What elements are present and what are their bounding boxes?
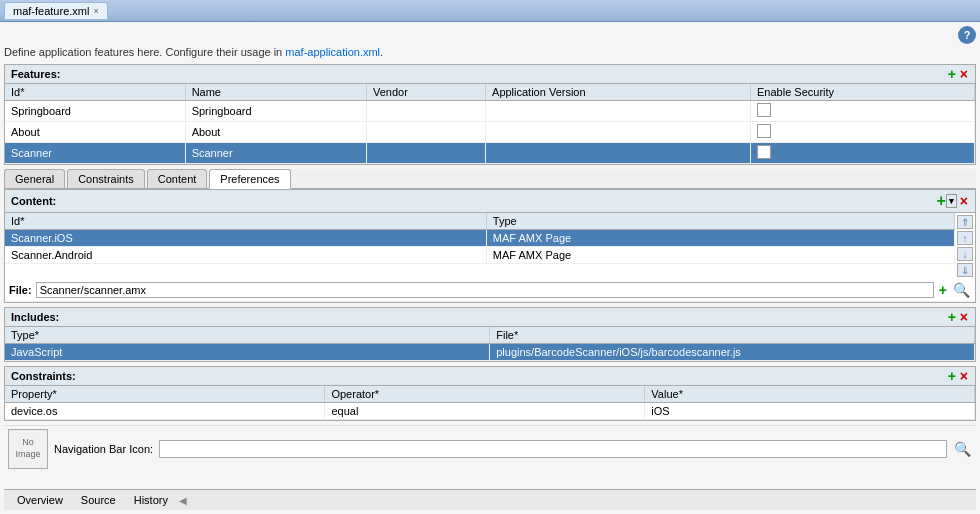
includes-label: Includes: (11, 311, 59, 323)
includes-table: Type* File* JavaScript plugins/BarcodeSc… (5, 327, 975, 361)
constraints-label: Constraints: (11, 370, 76, 382)
bottom-tab-source[interactable]: Source (72, 492, 125, 508)
cell-vendor (367, 101, 486, 122)
close-icon[interactable]: × (93, 6, 98, 16)
col-file: File* (490, 327, 975, 344)
features-add-button[interactable]: + (947, 67, 957, 81)
col-name: Name (185, 84, 366, 101)
includes-add-button[interactable]: + (947, 310, 957, 324)
constraints-actions: + × (947, 369, 969, 383)
table-row[interactable]: Scanner Scanner (5, 143, 975, 164)
cell-id: Springboard (5, 101, 185, 122)
top-bar: ? (4, 26, 976, 44)
security-checkbox[interactable] (757, 103, 771, 117)
lower-area: Content: + ▾ × Id* Type (4, 189, 976, 489)
col-appversion: Application Version (486, 84, 751, 101)
file-input[interactable] (36, 282, 934, 298)
cell-type: JavaScript (5, 344, 490, 361)
tab-preferences[interactable]: Preferences (209, 169, 290, 189)
constraints-header: Constraints: + × (5, 367, 975, 386)
nav-icon-search-button[interactable]: 🔍 (953, 442, 972, 456)
file-search-button[interactable]: 🔍 (952, 283, 971, 297)
scroll-up-button[interactable]: ↑ (957, 231, 973, 245)
content-actions: + ▾ × (936, 192, 969, 210)
nav-icon-area: No Image Navigation Bar Icon: 🔍 (4, 425, 976, 472)
table-row[interactable]: Scanner.iOS MAF AMX Page (5, 230, 955, 247)
info-suffix: . (380, 46, 383, 58)
col-content-id: Id* (5, 213, 486, 230)
includes-actions: + × (947, 310, 969, 324)
nav-icon-input[interactable] (159, 440, 947, 458)
table-row[interactable]: Springboard Springboard (5, 101, 975, 122)
scroll-arrow-icon: ◀ (179, 492, 187, 508)
col-operator: Operator* (325, 386, 645, 403)
table-row[interactable]: Scanner.Android MAF AMX Page (5, 247, 955, 264)
cell-appversion (486, 122, 751, 143)
cell-security[interactable] (751, 122, 975, 143)
security-checkbox[interactable] (757, 124, 771, 138)
scroll-top-button[interactable]: ⇑ (957, 215, 973, 229)
no-image-label2: Image (15, 449, 40, 461)
file-row: File: + 🔍 (5, 279, 975, 302)
tab-general[interactable]: General (4, 169, 65, 188)
col-content-type: Type (486, 213, 954, 230)
features-remove-button[interactable]: × (959, 67, 969, 81)
tab-constraints[interactable]: Constraints (67, 169, 145, 188)
cell-name: Springboard (185, 101, 366, 122)
content-add-button[interactable]: + (936, 192, 945, 210)
features-table: Id* Name Vendor Application Version Enab… (5, 84, 975, 164)
constraints-section: Constraints: + × Property* Operator* Val… (4, 366, 976, 421)
info-link[interactable]: maf-application.xml (285, 46, 380, 58)
col-id: Id* (5, 84, 185, 101)
cell-security[interactable] (751, 143, 975, 164)
table-row[interactable]: JavaScript plugins/BarcodeScanner/iOS/js… (5, 344, 975, 361)
cell-id: Scanner (5, 143, 185, 164)
bottom-tab-overview[interactable]: Overview (8, 492, 72, 508)
col-property: Property* (5, 386, 325, 403)
security-checkbox[interactable] (757, 145, 771, 159)
file-label: File: (9, 284, 32, 296)
cell-operator: equal (325, 403, 645, 420)
constraints-remove-button[interactable]: × (959, 369, 969, 383)
file-add-button[interactable]: + (938, 283, 948, 297)
help-button[interactable]: ? (958, 26, 976, 44)
file-tab-label: maf-feature.xml (13, 5, 89, 17)
scroll-bottom-button[interactable]: ⇓ (957, 263, 973, 277)
features-panel: Features: + × Id* Name Vendor Applicatio… (4, 64, 976, 165)
col-value: Value* (645, 386, 975, 403)
content-body: Id* Type Scanner.iOS MAF AMX Page Scanne… (5, 213, 975, 279)
constraints-table: Property* Operator* Value* device.os equ… (5, 386, 975, 420)
col-vendor: Vendor (367, 84, 486, 101)
content-label: Content: (11, 195, 56, 207)
constraints-add-button[interactable]: + (947, 369, 957, 383)
features-label: Features: (11, 68, 61, 80)
bottom-tab-history[interactable]: History (125, 492, 177, 508)
content-remove-button[interactable]: × (959, 194, 969, 208)
includes-remove-button[interactable]: × (959, 310, 969, 324)
cell-content-type: MAF AMX Page (486, 230, 954, 247)
scroll-down-button[interactable]: ↓ (957, 247, 973, 261)
cell-security[interactable] (751, 101, 975, 122)
table-row[interactable]: About About (5, 122, 975, 143)
content-add-caret[interactable]: ▾ (946, 194, 957, 208)
features-header: Features: + × (5, 65, 975, 84)
cell-name: Scanner (185, 143, 366, 164)
tab-content[interactable]: Content (147, 169, 208, 188)
no-image-box: No Image (8, 429, 48, 469)
title-bar: maf-feature.xml × (0, 0, 980, 22)
cell-appversion (486, 101, 751, 122)
cell-vendor (367, 122, 486, 143)
scroll-buttons: ⇑ ↑ ↓ ⇓ (955, 213, 975, 279)
file-tab[interactable]: maf-feature.xml × (4, 2, 108, 19)
cell-appversion (486, 143, 751, 164)
content-section: Content: + ▾ × Id* Type (4, 189, 976, 303)
cell-file: plugins/BarcodeScanner/iOS/js/barcodesca… (490, 344, 975, 361)
cell-property: device.os (5, 403, 325, 420)
features-actions: + × (947, 67, 969, 81)
col-type: Type* (5, 327, 490, 344)
bottom-tabs: Overview Source History ◀ (4, 489, 976, 510)
table-row[interactable]: device.os equal iOS (5, 403, 975, 420)
info-text: Define application features here. Config… (4, 46, 976, 58)
cell-content-type: MAF AMX Page (486, 247, 954, 264)
cell-id: About (5, 122, 185, 143)
